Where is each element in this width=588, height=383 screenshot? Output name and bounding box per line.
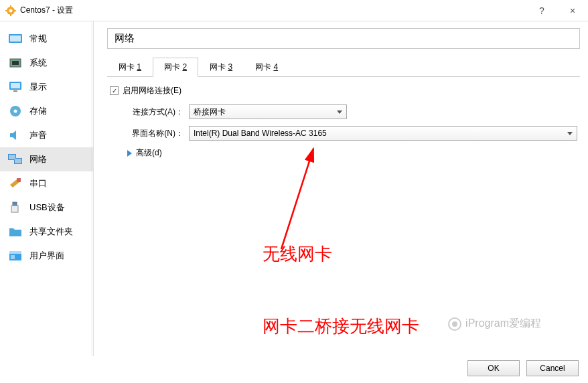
sidebar-item-display[interactable]: 显示 [0,75,93,99]
tab-adapter-4[interactable]: 网卡 4 [244,58,289,77]
sidebar: 常规 系统 显示 存储 声音 网络 串口 USB设备 [0,21,94,356]
sidebar-item-label: 常规 [29,33,47,45]
sidebar-item-shared[interactable]: 共享文件夹 [0,220,93,244]
sidebar-item-audio[interactable]: 声音 [0,123,93,147]
svg-rect-18 [15,159,21,163]
svg-rect-19 [17,178,21,182]
adapter-tabs: 网卡 1 网卡 2 网卡 3 网卡 4 [107,57,580,77]
svg-rect-24 [11,255,15,259]
interface-name-select[interactable]: Intel(R) Dual Band Wireless-AC 3165 [189,126,577,141]
folder-icon [8,225,23,238]
sidebar-item-ui[interactable]: 用户界面 [0,244,93,268]
advanced-label: 高级(d) [136,147,162,159]
title-bar: Centos7 - 设置 ? × [0,0,588,21]
cancel-button[interactable]: Cancel [526,360,579,376]
svg-rect-17 [9,155,15,159]
usb-icon [8,201,23,214]
interface-name-label: 界面名称(N)： [122,128,189,139]
sidebar-item-network[interactable]: 网络 [0,147,93,171]
svg-rect-20 [13,202,17,206]
sidebar-item-label: 网络 [29,153,47,165]
sidebar-item-general[interactable]: 常规 [0,27,93,51]
advanced-toggle[interactable]: 高级(d) [127,147,577,159]
svg-rect-21 [11,206,18,212]
sidebar-item-label: 串口 [29,177,47,189]
app-icon [5,5,16,16]
serial-icon [8,177,23,190]
sidebar-item-serial[interactable]: 串口 [0,171,93,196]
network-icon [8,153,23,166]
display-icon [8,80,23,94]
connection-type-select[interactable]: 桥接网卡 [189,104,347,119]
system-icon [8,56,23,70]
sidebar-item-storage[interactable]: 存储 [0,99,93,123]
svg-rect-11 [11,83,20,88]
tab-adapter-2[interactable]: 网卡 2 [153,58,198,77]
watermark-icon [448,317,461,331]
content-panel: 网络 网卡 1 网卡 2 网卡 3 网卡 4 ✓ 启用网络连接(E) 连接方式(… [94,21,588,356]
sidebar-item-usb[interactable]: USB设备 [0,196,93,220]
sidebar-item-label: 系统 [29,57,47,69]
ok-button[interactable]: OK [467,360,520,376]
annotation-wireless: 无线网卡 [263,242,332,266]
ui-icon [8,249,23,262]
svg-point-14 [14,110,17,113]
tab-adapter-1[interactable]: 网卡 1 [107,58,153,77]
close-button[interactable]: × [557,0,588,21]
sidebar-item-label: 声音 [29,129,47,141]
enable-network-row: ✓ 启用网络连接(E) [110,85,577,96]
svg-rect-23 [9,251,21,254]
sidebar-item-label: 用户界面 [29,250,64,262]
audio-icon [8,129,23,142]
general-icon [8,32,23,46]
sidebar-item-label: USB设备 [29,202,65,214]
storage-icon [8,104,23,118]
svg-point-1 [9,9,13,12]
sidebar-item-label: 显示 [29,81,47,93]
connection-type-label: 连接方式(A)： [122,106,189,118]
page-title: 网络 [107,28,580,49]
expand-icon [127,150,132,157]
sidebar-item-label: 共享文件夹 [29,226,73,238]
dialog-buttons: OK Cancel [467,360,579,376]
sidebar-item-system[interactable]: 系统 [0,51,93,75]
tab-adapter-3[interactable]: 网卡 3 [198,58,244,77]
svg-rect-7 [10,35,21,42]
annotation-bridge: 网卡二桥接无线网卡 [263,315,419,338]
enable-network-label: 启用网络连接(E) [123,85,181,96]
window-title: Centos7 - 设置 [20,5,73,16]
enable-network-checkbox[interactable]: ✓ [110,86,119,95]
svg-rect-9 [12,61,19,65]
sidebar-item-label: 存储 [29,105,47,117]
svg-rect-12 [13,90,17,92]
watermark: iProgram爱编程 [448,317,541,331]
help-button[interactable]: ? [526,0,557,21]
